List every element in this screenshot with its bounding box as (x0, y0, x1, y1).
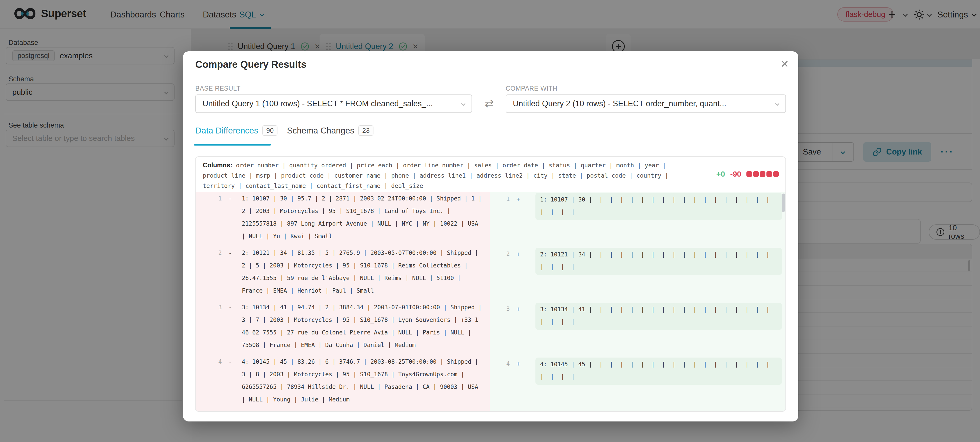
tab-schema-changes-label: Schema Changes (287, 126, 354, 135)
added-row-text: 1: 10107 | 30 | | | | | | | | | | | | | … (540, 193, 777, 218)
columns-names: order_number | quantity_ordered | price_… (203, 162, 668, 189)
base-result-select[interactable]: Untitled Query 1 (100 rows) - SELECT * F… (195, 94, 472, 113)
added-row-text: 2: 10121 | 34 | | | | | | | | | | | | | … (540, 248, 777, 273)
removed-row-text: 2: 10121 | 34 | 81.35 | 5 | 2765.9 | 200… (242, 246, 485, 297)
line-number: 3 (196, 301, 222, 314)
removed-blocks-icon (746, 171, 779, 177)
tab-data-differences-label: Data Differences (195, 126, 258, 135)
diff-added-row: 2 + 2: 10121 | 34 | | | | | | | | | | | … (490, 248, 786, 302)
diff-container: Columns: order_number | quantity_ordered… (195, 156, 786, 412)
minus-sign: - (228, 356, 232, 368)
minus-sign: - (228, 246, 232, 259)
diff-removed-row: 3 - 3: 10134 | 41 | 94.74 | 2 | 3884.34 … (196, 301, 490, 356)
tab-schema-changes[interactable]: Schema Changes 23 (287, 125, 374, 136)
removed-row-text: 4: 10145 | 45 | 83.26 | 6 | 3746.7 | 200… (242, 356, 485, 406)
plus-sign: + (516, 193, 520, 205)
added-row-text: 3: 10134 | 41 | | | | | | | | | | | | | … (540, 303, 777, 328)
line-number: 1 (490, 193, 510, 205)
added-row-box: 4: 10145 | 45 | | | | | | | | | | | | | … (535, 358, 782, 385)
compare-with-label: COMPARE WITH (506, 85, 557, 92)
diff-removed-row: 2 - 2: 10121 | 34 | 81.35 | 5 | 2765.9 |… (196, 246, 490, 301)
data-differences-count-badge: 90 (262, 125, 277, 136)
minus-sign: - (228, 301, 232, 314)
added-row-box: 3: 10134 | 41 | | | | | | | | | | | | | … (535, 303, 782, 330)
diff-body: 1 - 1: 10107 | 30 | 95.7 | 2 | 2871 | 20… (196, 192, 786, 411)
modal-title: Compare Query Results (195, 59, 307, 70)
minus-sign: - (228, 192, 232, 205)
line-number: 2 (196, 246, 222, 259)
chevron-down-icon (775, 102, 780, 106)
removed-count: -90 (730, 170, 741, 178)
compare-with-value: Untitled Query 2 (10 rows) - SELECT orde… (513, 99, 726, 108)
columns-list: Columns: order_number | quantity_ordered… (203, 160, 690, 191)
added-row-box: 1: 10107 | 30 | | | | | | | | | | | | | … (535, 193, 782, 220)
schema-changes-count-badge: 23 (358, 125, 374, 136)
line-number: 2 (490, 248, 510, 260)
removed-row-text: 1: 10107 | 30 | 95.7 | 2 | 2871 | 2003-0… (242, 192, 485, 243)
removed-row-text: 3: 10134 | 41 | 94.74 | 2 | 3884.34 | 20… (242, 301, 485, 351)
diff-added-row: 3 + 3: 10134 | 41 | | | | | | | | | | | … (490, 303, 786, 357)
base-result-value: Untitled Query 1 (100 rows) - SELECT * F… (202, 99, 433, 108)
compare-query-results-modal: Compare Query Results × BASE RESULT COMP… (183, 51, 798, 421)
diff-stats: +0 -90 (716, 170, 779, 178)
tabs-divider (195, 145, 786, 145)
diff-removed-row: 1 - 1: 10107 | 30 | 95.7 | 2 | 2871 | 20… (196, 192, 490, 246)
close-icon[interactable]: × (781, 57, 789, 70)
tab-data-differences[interactable]: Data Differences 90 (195, 125, 277, 136)
line-number: 3 (490, 303, 510, 315)
compare-with-select[interactable]: Untitled Query 2 (10 rows) - SELECT orde… (506, 94, 786, 113)
line-number: 4 (490, 358, 510, 370)
line-number: 4 (196, 356, 222, 368)
columns-label: Columns: (203, 161, 232, 169)
diff-added-row: 1 + 1: 10107 | 30 | | | | | | | | | | | … (490, 193, 786, 247)
diff-removed-row: 4 - 4: 10145 | 45 | 83.26 | 6 | 3746.7 |… (196, 356, 490, 410)
plus-sign: + (516, 248, 520, 260)
line-number: 1 (196, 192, 222, 205)
diff-compare-pane: 1 + 1: 10107 | 30 | | | | | | | | | | | … (490, 192, 786, 411)
added-count: +0 (716, 170, 725, 178)
diff-scrollbar[interactable] (782, 194, 785, 212)
plus-sign: + (516, 358, 520, 370)
chevron-down-icon (461, 102, 466, 106)
columns-header: Columns: order_number | quantity_ordered… (196, 157, 786, 192)
added-row-box: 2: 10121 | 34 | | | | | | | | | | | | | … (535, 248, 782, 275)
plus-sign: + (516, 303, 520, 315)
swap-icon: ⇄ (477, 97, 501, 110)
base-result-label: BASE RESULT (195, 85, 240, 92)
diff-base-pane: 1 - 1: 10107 | 30 | 95.7 | 2 | 2871 | 20… (196, 192, 490, 411)
added-row-text: 4: 10145 | 45 | | | | | | | | | | | | | … (540, 358, 777, 383)
diff-added-row: 4 + 4: 10145 | 45 | | | | | | | | | | | … (490, 358, 786, 411)
